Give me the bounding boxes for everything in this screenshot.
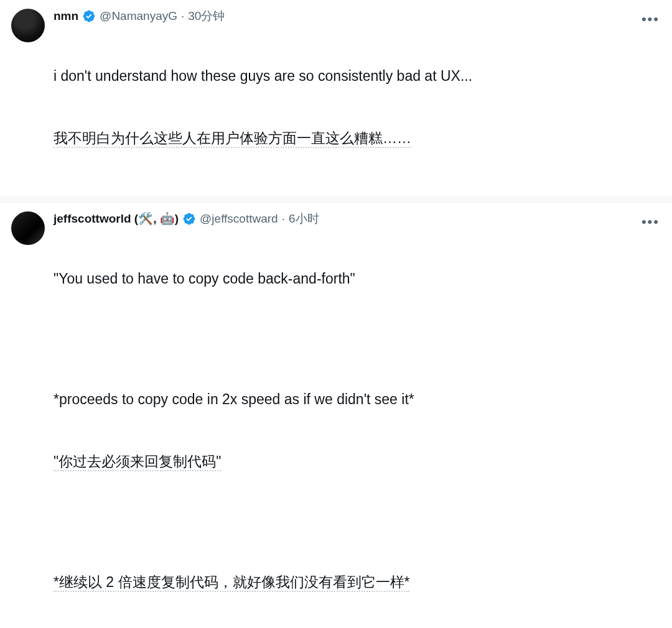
tweet-header: jeffscottworld (🛠️, 🤖) @jeffscottward · … xyxy=(54,211,661,226)
separator: · xyxy=(282,211,285,226)
robot-icon: 🤖 xyxy=(160,212,175,225)
tweet-translated-2: *继续以 2 倍速度复制代码，就好像我们没有看到它一样* xyxy=(54,574,409,592)
handle[interactable]: @jeffscottward xyxy=(200,211,278,226)
tweet-text-translated: 我不明白为什么这些人在用户体验方面一直这么糟糕…… xyxy=(54,130,411,148)
display-name[interactable]: jeffscottworld (🛠️, 🤖) xyxy=(54,211,179,226)
handle[interactable]: @NamanyayG xyxy=(100,9,177,24)
timestamp[interactable]: 30分钟 xyxy=(188,9,225,24)
display-name[interactable]: nmn xyxy=(54,9,78,24)
divider xyxy=(0,196,672,203)
tweet-line-1: "You used to have to copy code back-and-… xyxy=(54,270,355,287)
tweet-line-2: *proceeds to copy code in 2x speed as if… xyxy=(54,391,414,407)
tweet-translated-1: "你过去必须来回复制代码" xyxy=(54,453,221,471)
verified-badge-icon xyxy=(82,9,96,23)
tweet-text-en: i don't understand how these guys are so… xyxy=(54,68,472,84)
tweet-text: "You used to have to copy code back-and-… xyxy=(54,229,661,628)
separator: · xyxy=(181,9,184,24)
avatar[interactable] xyxy=(11,9,45,42)
tweet-1: nmn @NamanyayG · 30分钟 i don't understand… xyxy=(0,0,672,196)
tweet-text: i don't understand how these guys are so… xyxy=(54,26,661,190)
tweet-2: jeffscottworld (🛠️, 🤖) @jeffscottward · … xyxy=(0,203,672,628)
tweet-header: nmn @NamanyayG · 30分钟 xyxy=(54,9,661,24)
timestamp[interactable]: 6小时 xyxy=(289,211,319,226)
avatar[interactable] xyxy=(11,211,45,245)
hammer-wrench-icon: 🛠️ xyxy=(138,212,153,225)
more-button[interactable]: ••• xyxy=(642,214,660,230)
verified-badge-icon xyxy=(182,212,196,226)
more-button[interactable]: ••• xyxy=(642,11,660,27)
